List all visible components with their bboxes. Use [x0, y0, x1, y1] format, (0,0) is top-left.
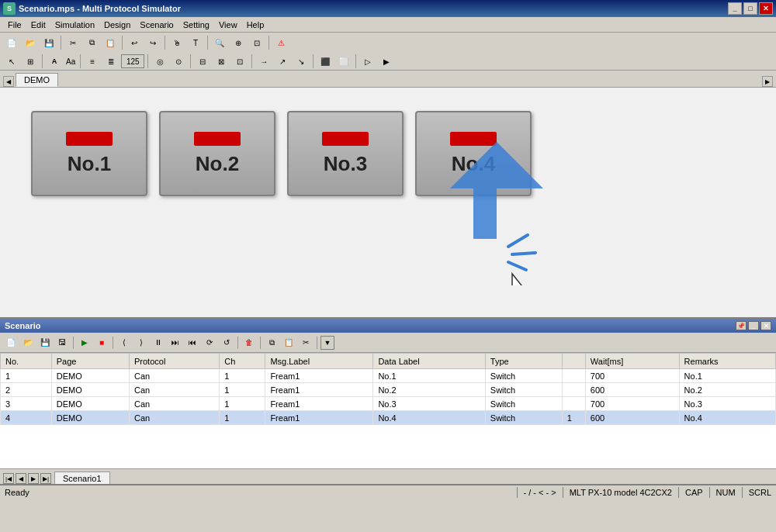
sc-b7[interactable]: ↺: [219, 335, 234, 351]
minimize-button[interactable]: _: [728, 2, 742, 15]
tb2-1[interactable]: ↖: [3, 53, 20, 70]
tb-copy[interactable]: ⧉: [83, 34, 100, 51]
panel-min[interactable]: _: [748, 321, 759, 330]
tb2-11[interactable]: ⬛: [317, 53, 334, 70]
tb2-9[interactable]: ↗: [274, 53, 291, 70]
tb-paste[interactable]: 📋: [102, 34, 119, 51]
title-bar: S Scenario.mps - Multi Protocol Simulato…: [0, 0, 776, 17]
scenario-table-container: No. Page Protocol Ch Msg.Label Data Labe…: [0, 353, 776, 468]
menu-simulation[interactable]: Simulation: [50, 19, 99, 31]
sc-dropdown[interactable]: ▼: [320, 336, 334, 350]
sc-b3[interactable]: ⏸: [151, 335, 166, 351]
tb2-12[interactable]: ⬜: [335, 53, 352, 70]
btab-next[interactable]: ▶: [28, 473, 39, 484]
status-bar: Ready - / - < - > MLT PX-10 model 4C2CX2…: [0, 484, 776, 499]
status-caps: CAP: [685, 488, 703, 497]
tb2-font[interactable]: A: [46, 53, 63, 70]
tb-open[interactable]: 📂: [22, 34, 39, 51]
sc-play[interactable]: ▶: [77, 335, 92, 351]
tb2-4[interactable]: ⊙: [170, 53, 187, 70]
menu-file[interactable]: File: [3, 19, 26, 31]
sc-sep2: [113, 337, 113, 349]
menu-design[interactable]: Design: [99, 19, 135, 31]
table-row[interactable]: 2DEMOCan1Fream1No.2Switch600No.2: [1, 383, 776, 397]
sc-saveas[interactable]: 🖫: [54, 335, 70, 351]
tb-fit[interactable]: ⊡: [248, 34, 265, 51]
close-button[interactable]: ✕: [759, 2, 773, 15]
tb-save[interactable]: 💾: [40, 34, 57, 51]
tb-redo[interactable]: ↪: [144, 34, 161, 51]
scenario-button-3[interactable]: No.3: [287, 111, 404, 196]
scenario-button-2[interactable]: No.2: [159, 111, 275, 196]
menu-scenario[interactable]: Scenario: [135, 19, 178, 31]
panel-close[interactable]: ✕: [760, 321, 771, 330]
tb2-2[interactable]: ⊞: [22, 53, 39, 70]
sc-b2[interactable]: ⟩: [133, 335, 149, 351]
tb2-6[interactable]: ⊠: [213, 53, 230, 70]
tb2-14[interactable]: ▶: [378, 53, 395, 70]
menu-setting[interactable]: Setting: [178, 19, 214, 31]
tb-warn[interactable]: ⚠: [272, 34, 289, 51]
tab-prev[interactable]: ◀: [3, 76, 14, 87]
menu-edit[interactable]: Edit: [26, 19, 50, 31]
tb2-5[interactable]: ⊟: [194, 53, 211, 70]
bottom-nav: |◀ ◀ ▶ ▶|: [3, 473, 51, 484]
menu-view[interactable]: View: [214, 19, 242, 31]
btab-first[interactable]: |◀: [3, 473, 14, 484]
table-row[interactable]: 3DEMOCan1Fream1No.3Switch700No.3: [1, 397, 776, 411]
sc-delete[interactable]: 🗑: [241, 335, 257, 351]
cell-row1-col2: Can: [130, 383, 220, 397]
sc-save[interactable]: 💾: [37, 335, 53, 351]
sc-b5[interactable]: ⏮: [185, 335, 200, 351]
bottom-tab-scenario1[interactable]: Scenario1: [54, 472, 110, 484]
cell-row0-col8: 700: [585, 369, 679, 383]
tb2-align2[interactable]: ≣: [102, 53, 120, 70]
btab-last[interactable]: ▶|: [40, 473, 51, 484]
tb2-align1[interactable]: ≡: [84, 53, 101, 70]
tb-cursor[interactable]: 🖱: [168, 34, 185, 51]
sc-b4[interactable]: ⏭: [168, 335, 183, 351]
col-remarks: Remarks: [679, 354, 775, 369]
table-row[interactable]: 1DEMOCan1Fream1No.1Switch700No.1: [1, 369, 776, 383]
cell-row1-col3: 1: [220, 383, 265, 397]
cell-row3-col5: No.4: [373, 411, 485, 425]
table-row[interactable]: 4DEMOCan1Fream1No.4Switch1600No.4: [1, 411, 776, 425]
tb-zoom[interactable]: 🔍: [211, 34, 228, 51]
sc-paste[interactable]: 📋: [281, 335, 296, 351]
tb2-10[interactable]: ↘: [293, 53, 310, 70]
tb2-8[interactable]: →: [255, 53, 272, 70]
sc-copy[interactable]: ⧉: [264, 335, 279, 351]
svg-line-2: [508, 235, 528, 247]
tab-demo[interactable]: DEMO: [16, 73, 58, 87]
tb2-3[interactable]: ◎: [151, 53, 168, 70]
sc-b1[interactable]: ⟨: [116, 335, 132, 351]
tb-text[interactable]: T: [187, 34, 204, 51]
sc-cut[interactable]: ✂: [298, 335, 314, 351]
sc-new[interactable]: 📄: [3, 335, 19, 351]
cell-row1-col6: Switch: [485, 383, 562, 397]
sc-stop[interactable]: ■: [94, 335, 109, 351]
scenario-panel: Scenario 📌 _ ✕ 📄 📂 💾 🖫 ▶ ■ ⟨ ⟩ ⏸ ⏭ ⏮ ⟳ ↺: [0, 317, 776, 484]
tb2-13[interactable]: ▷: [359, 53, 376, 70]
tb2-7[interactable]: ⊡: [231, 53, 248, 70]
zoom-input[interactable]: 125: [121, 54, 144, 68]
tb-new[interactable]: 📄: [3, 34, 20, 51]
svg-line-3: [512, 253, 535, 254]
scenario-button-1[interactable]: No.1: [31, 111, 147, 196]
sc-b6[interactable]: ⟳: [202, 335, 217, 351]
sc-open[interactable]: 📂: [20, 335, 36, 351]
tb-undo[interactable]: ↩: [126, 34, 143, 51]
tb-cut[interactable]: ✂: [64, 34, 81, 51]
scenario-button-4[interactable]: No.4: [415, 111, 532, 196]
sep3: [165, 36, 165, 50]
cell-row3-col7: 1: [562, 411, 585, 425]
cell-row1-col4: Fream1: [265, 383, 373, 397]
tb-zoom2[interactable]: ⊕: [230, 34, 247, 51]
cell-row2-col5: No.3: [373, 397, 485, 411]
tab-next[interactable]: ▶: [762, 76, 773, 87]
btab-prev[interactable]: ◀: [16, 473, 26, 484]
panel-pin[interactable]: 📌: [736, 321, 747, 330]
menu-help[interactable]: Help: [242, 19, 269, 31]
cell-row3-col2: Can: [130, 411, 220, 425]
maximize-button[interactable]: □: [743, 2, 757, 15]
